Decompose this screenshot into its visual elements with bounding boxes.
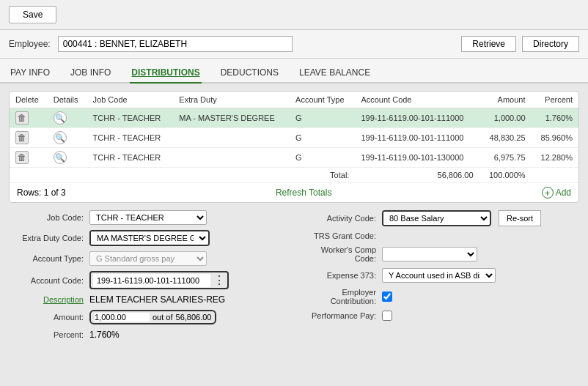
- details-icon[interactable]: 🔍: [54, 111, 67, 125]
- total-label: Total:: [10, 168, 355, 183]
- details-cell: 🔍: [48, 128, 87, 148]
- trs-grant-label: TRS Grant Code:: [301, 231, 382, 240]
- col-percent: Percent: [532, 92, 578, 108]
- description-label: Description: [9, 295, 89, 304]
- job-code-cell: TCHR - TEACHER: [87, 108, 174, 128]
- amount-row: Amount: out of 56,806.00: [9, 310, 287, 324]
- retrieve-button[interactable]: Retrieve: [461, 36, 516, 52]
- delete-icon[interactable]: 🗑: [15, 111, 29, 125]
- save-button[interactable]: Save: [9, 6, 56, 23]
- account-type-cell: G: [290, 108, 355, 128]
- details-cell: 🔍: [48, 148, 87, 168]
- performance-pay-label: Performance Pay:: [301, 311, 382, 320]
- percent-cell: 1.760%: [532, 108, 578, 128]
- employer-contrib-row: Employer Contribution:: [301, 288, 579, 305]
- performance-pay-row: Performance Pay:: [301, 311, 579, 321]
- tab-distributions[interactable]: DISTRIBUTIONS: [130, 64, 201, 83]
- percent-label: Percent:: [9, 330, 89, 339]
- extra-duty-cell: [173, 148, 290, 168]
- description-value: ELEM TEACHER SALARIES-REG: [89, 294, 225, 305]
- amount-field-outlined: out of 56,806.00: [89, 310, 216, 324]
- job-code-label: Job Code:: [9, 213, 89, 222]
- resort-button[interactable]: Re-sort: [499, 210, 541, 226]
- total-amount: 56,806.00: [355, 168, 479, 183]
- add-label: Add: [556, 188, 571, 198]
- account-type-label: Account Type:: [9, 254, 89, 263]
- main-content: Delete Details Job Code Extra Duty Accou…: [0, 83, 588, 352]
- table-footer: Rows: 1 of 3 Refresh Totals + Add: [10, 183, 578, 202]
- account-type-row: Account Type: G Standard gross pay: [9, 251, 287, 266]
- extra-duty-select[interactable]: MA MASTER'S DEGREE G: [91, 231, 208, 245]
- job-code-cell: TCHR - TEACHER: [87, 128, 174, 148]
- account-code-cell: 199-11-6119.00-101-111000: [355, 128, 479, 148]
- account-code-label: Account Code:: [9, 276, 89, 285]
- amount-input[interactable]: [95, 313, 150, 322]
- job-code-row: Job Code: TCHR - TEACHER: [9, 210, 287, 225]
- details-cell: 🔍: [48, 108, 87, 128]
- percent-cell: 12.280%: [532, 148, 578, 168]
- percent-row: Percent: 1.760%: [9, 330, 287, 340]
- expense-373-row: Expense 373: Y Account used in ASB distr: [301, 268, 579, 283]
- activity-code-row: Activity Code: 80 Base Salary Re-sort: [301, 210, 579, 226]
- total-row: Total: 56,806.00 100.000%: [10, 168, 578, 183]
- workers-comp-row: Worker's Comp Code:: [301, 245, 579, 263]
- delete-icon[interactable]: 🗑: [15, 151, 29, 164]
- workers-comp-select[interactable]: [382, 247, 477, 261]
- delete-cell: 🗑: [10, 108, 48, 128]
- percent-cell: 85.960%: [532, 128, 578, 148]
- form-right: Activity Code: 80 Base Salary Re-sort TR…: [301, 210, 579, 345]
- delete-icon[interactable]: 🗑: [15, 131, 29, 144]
- tabs-bar: PAY INFO JOB INFO DISTRIBUTIONS DEDUCTIO…: [0, 59, 588, 83]
- account-code-field-outlined: ⋮: [89, 271, 229, 289]
- tab-pay-info[interactable]: PAY INFO: [9, 64, 51, 83]
- amount-label: Amount:: [9, 313, 89, 322]
- extra-duty-cell: MA - MASTER'S DEGREE: [173, 108, 290, 128]
- expense-373-label: Expense 373:: [301, 271, 382, 280]
- performance-pay-checkbox[interactable]: [382, 311, 392, 321]
- employer-contrib-label: Employer Contribution:: [301, 288, 382, 305]
- form-section: Job Code: TCHR - TEACHER Extra Duty Code…: [9, 210, 579, 345]
- col-job-code: Job Code: [87, 92, 174, 108]
- details-icon[interactable]: 🔍: [54, 131, 67, 144]
- description-row: Description ELEM TEACHER SALARIES-REG: [9, 294, 287, 305]
- job-code-select[interactable]: TCHR - TEACHER: [89, 210, 207, 225]
- amount-cell: 1,000.00: [479, 108, 532, 128]
- account-code-cell: 199-11-6119.00-101-111000: [355, 108, 479, 128]
- employee-bar: Employee: Retrieve Directory: [0, 30, 588, 59]
- account-code-input[interactable]: [93, 274, 210, 287]
- details-icon[interactable]: 🔍: [54, 151, 67, 164]
- extra-duty-label: Extra Duty Code:: [9, 234, 89, 242]
- col-details: Details: [48, 92, 87, 108]
- refresh-totals-link[interactable]: Refresh Totals: [276, 188, 331, 198]
- activity-code-label: Activity Code:: [301, 214, 382, 223]
- distributions-table: Delete Details Job Code Extra Duty Accou…: [10, 92, 578, 183]
- employee-input[interactable]: [58, 36, 293, 52]
- account-type-select[interactable]: G Standard gross pay: [89, 251, 207, 266]
- job-code-cell: TCHR - TEACHER: [87, 148, 174, 168]
- extra-duty-outlined: MA MASTER'S DEGREE G: [89, 230, 210, 246]
- table-row: 🗑 🔍 TCHR - TEACHER MA - MASTER'S DEGREE …: [10, 108, 578, 128]
- employer-contrib-checkbox[interactable]: [382, 292, 392, 302]
- dots-menu-icon[interactable]: ⋮: [213, 273, 225, 287]
- col-extra-duty: Extra Duty: [173, 92, 290, 108]
- table-row: 🗑 🔍 TCHR - TEACHER G 199-11-6119.00-101-…: [10, 148, 578, 168]
- tab-job-info[interactable]: JOB INFO: [69, 64, 112, 83]
- amount-cell: 6,975.75: [479, 148, 532, 168]
- table-row: 🗑 🔍 TCHR - TEACHER G 199-11-6119.00-101-…: [10, 128, 578, 148]
- delete-cell: 🗑: [10, 148, 48, 168]
- account-code-row: Account Code: ⋮: [9, 271, 287, 289]
- employee-label: Employee:: [9, 39, 51, 49]
- col-delete: Delete: [10, 92, 48, 108]
- activity-code-select[interactable]: 80 Base Salary: [383, 212, 490, 225]
- directory-button[interactable]: Directory: [522, 36, 579, 52]
- col-account-code: Account Code: [355, 92, 479, 108]
- out-of-label: out of: [152, 313, 173, 322]
- expense-373-select[interactable]: Y Account used in ASB distr: [382, 268, 496, 283]
- workers-comp-label: Worker's Comp Code:: [301, 245, 382, 263]
- rows-count: Rows: 1 of 3: [17, 188, 66, 198]
- add-link[interactable]: + Add: [542, 187, 571, 198]
- tab-deductions[interactable]: DEDUCTIONS: [219, 64, 280, 83]
- table-section: Delete Details Job Code Extra Duty Accou…: [9, 91, 579, 203]
- amount-total-value: 56,806.00: [176, 313, 212, 322]
- tab-leave-balance[interactable]: LEAVE BALANCE: [298, 64, 372, 83]
